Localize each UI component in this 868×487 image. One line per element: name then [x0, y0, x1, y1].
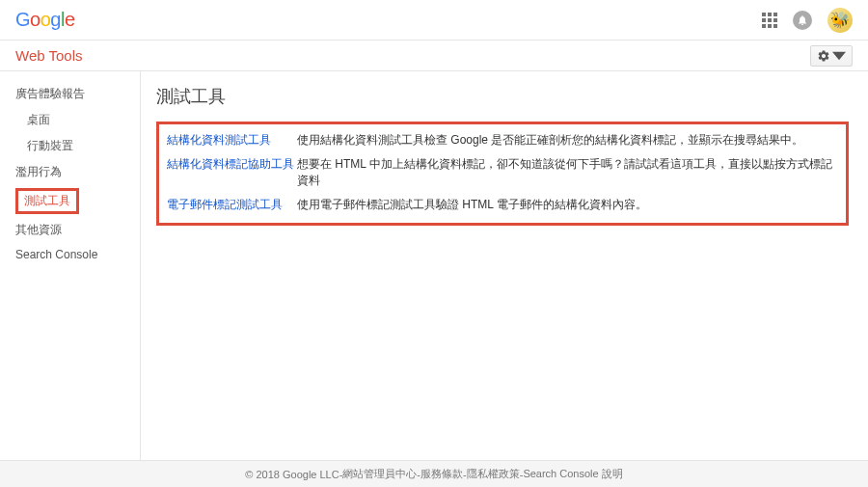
google-logo[interactable]: Google [15, 9, 75, 31]
footer-link-terms[interactable]: 服務條款 [420, 467, 463, 481]
tool-link-structured-data-test[interactable]: 結構化資料測試工具 [167, 132, 297, 149]
tool-desc: 想要在 HTML 中加上結構化資料標記，卻不知道該從何下手嗎？請試試看這項工具，… [297, 156, 838, 189]
notifications-icon[interactable] [793, 11, 812, 30]
tool-desc: 使用電子郵件標記測試工具驗證 HTML 電子郵件的結構化資料內容。 [297, 197, 647, 213]
footer-link-privacy[interactable]: 隱私權政策 [467, 467, 520, 481]
sidebar-item-mobile[interactable]: 行動裝置 [0, 133, 140, 159]
tool-row: 結構化資料標記協助工具 想要在 HTML 中加上結構化資料標記，卻不知道該從何下… [167, 152, 838, 193]
subheader: Web Tools [0, 41, 868, 71]
sidebar-item-other[interactable]: 其他資源 [0, 217, 140, 243]
footer: © 2018 Google LLC - 網站管理員中心 - 服務條款 - 隱私權… [0, 460, 868, 487]
apps-icon[interactable] [762, 13, 777, 28]
sidebar-item-abuse[interactable]: 濫用行為 [0, 159, 140, 185]
footer-copyright: © 2018 Google LLC [245, 469, 339, 480]
sidebar: 廣告體驗報告 桌面 行動裝置 濫用行為 測試工具 其他資源 Search Con… [0, 71, 140, 460]
sidebar-item-testing-tools[interactable]: 測試工具 [15, 188, 79, 214]
product-name: Web Tools [15, 47, 83, 64]
tool-link-email-markup-test[interactable]: 電子郵件標記測試工具 [167, 197, 297, 213]
sidebar-item-desktop[interactable]: 桌面 [0, 107, 140, 133]
footer-link-webmaster[interactable]: 網站管理員中心 [342, 467, 417, 481]
page-title: 測試工具 [156, 85, 849, 108]
main-content: 測試工具 結構化資料測試工具 使用結構化資料測試工具檢查 Google 是否能正… [140, 71, 868, 460]
sidebar-item-ad-experience[interactable]: 廣告體驗報告 [0, 81, 140, 107]
settings-button[interactable] [810, 45, 853, 67]
header: Google 🐝 [0, 0, 868, 41]
gear-icon [817, 49, 830, 63]
chevron-down-icon [832, 49, 846, 63]
avatar[interactable]: 🐝 [827, 8, 853, 33]
sidebar-item-search-console[interactable]: Search Console [0, 243, 140, 266]
tool-link-markup-helper[interactable]: 結構化資料標記協助工具 [167, 156, 297, 173]
tool-row: 電子郵件標記測試工具 使用電子郵件標記測試工具驗證 HTML 電子郵件的結構化資… [167, 193, 838, 217]
footer-link-help[interactable]: Search Console 說明 [523, 467, 622, 481]
tool-desc: 使用結構化資料測試工具檢查 Google 是否能正確剖析您的結構化資料標記，並顯… [297, 132, 803, 149]
tool-list: 結構化資料測試工具 使用結構化資料測試工具檢查 Google 是否能正確剖析您的… [156, 122, 849, 226]
tool-row: 結構化資料測試工具 使用結構化資料測試工具檢查 Google 是否能正確剖析您的… [167, 128, 838, 152]
